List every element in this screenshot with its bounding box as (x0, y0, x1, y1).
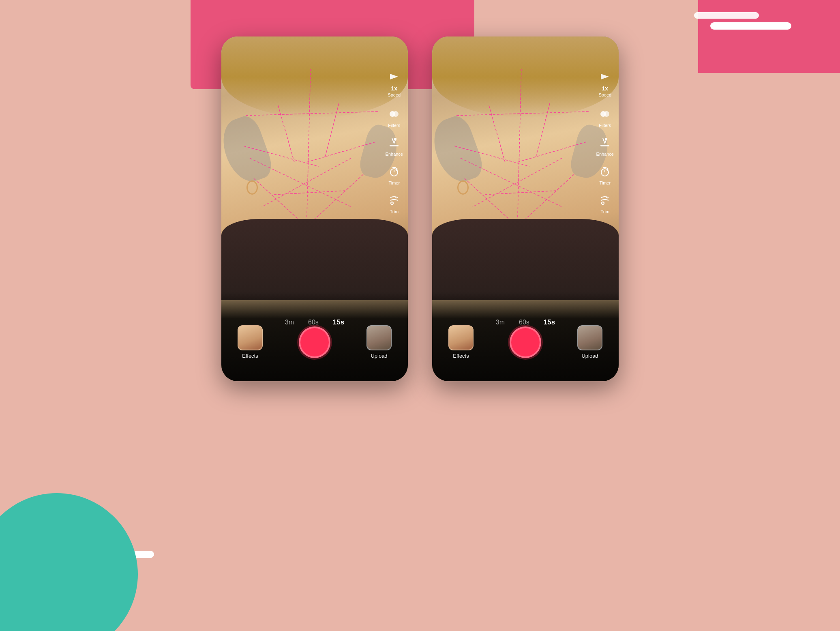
effects-thumbnail-right (448, 325, 474, 350)
svg-point-15 (394, 138, 396, 140)
timer-control-left[interactable]: 3 Timer (386, 164, 402, 185)
trim-control-left[interactable]: ✕ Trim (386, 193, 402, 214)
face-area-right (432, 36, 619, 300)
filters-icon-left (386, 106, 402, 122)
filters-control-left[interactable]: Filters (386, 106, 402, 128)
upload-thumbnail-left (366, 325, 392, 350)
speed-value-left: 1x (391, 85, 397, 92)
timer-icon-left: 3 (386, 164, 402, 179)
timer-label-right: Timer (599, 180, 611, 185)
upload-thumb-face-right (578, 326, 602, 350)
svg-point-42 (602, 202, 604, 204)
camera-view-right: 1x Speed Filters (432, 36, 619, 381)
shirt-area-right (432, 219, 619, 300)
trim-control-right[interactable]: ✕ Trim (597, 193, 613, 214)
svg-point-37 (605, 138, 607, 140)
earring-left (246, 180, 258, 195)
trim-label-right: Trim (600, 209, 609, 214)
upload-button-left[interactable]: Upload (366, 325, 392, 359)
hair-top-left (221, 36, 408, 118)
upload-label-right: Upload (581, 353, 598, 359)
effects-thumb-face-right (449, 326, 473, 350)
svg-rect-36 (600, 145, 609, 146)
filters-label-left: Filters (388, 123, 400, 128)
trim-icon-left: ✕ (386, 193, 402, 208)
filters-label-right: Filters (599, 123, 611, 128)
phones-container: 1x Speed Filters (0, 36, 840, 381)
effects-button-right[interactable]: Effects (448, 325, 474, 359)
contour-left-cheek-right-phone (432, 113, 486, 188)
svg-point-20 (391, 202, 393, 204)
svg-line-8 (274, 191, 347, 195)
bg-stripe-right (694, 12, 759, 19)
contour-left-cheek (221, 113, 276, 188)
speed-label-right: Speed (598, 92, 611, 97)
svg-line-6 (254, 178, 302, 223)
speed-control-left[interactable]: 1x Speed (386, 69, 402, 97)
bg-teal-circle (0, 493, 138, 631)
svg-marker-11 (390, 74, 398, 79)
speed-icon-left (386, 69, 402, 84)
svg-point-13 (393, 111, 399, 117)
effects-label-left: Effects (242, 353, 258, 359)
svg-text:3: 3 (396, 167, 398, 172)
right-controls-right: 1x Speed Filters (596, 69, 614, 214)
bottom-controls-right: 3m 60s 15s Effects (432, 292, 619, 381)
record-button-right[interactable] (510, 326, 541, 358)
svg-text:3: 3 (606, 167, 609, 172)
speed-icon-right (597, 69, 613, 84)
phone-left: 1x Speed Filters (221, 36, 408, 381)
enhance-label-right: Enhance (596, 152, 614, 157)
bottom-controls-left: 3m 60s 15s Effects (221, 292, 408, 381)
effects-thumb-face-left (238, 326, 262, 350)
speed-label-left: Speed (388, 92, 401, 97)
svg-line-32 (473, 158, 562, 207)
enhance-label-left: Enhance (386, 152, 403, 157)
earring-right-phone (457, 180, 469, 195)
svg-point-35 (604, 111, 609, 117)
svg-text:✕: ✕ (605, 196, 608, 200)
enhance-control-right[interactable]: Enhance (596, 135, 614, 157)
hair-top-right (432, 36, 619, 118)
svg-line-28 (465, 178, 513, 223)
filters-icon-right (597, 106, 613, 122)
upload-thumbnail-right (577, 325, 602, 350)
phone-right: 1x Speed Filters (432, 36, 619, 381)
svg-text:✕: ✕ (394, 196, 397, 200)
bg-white-bar-top (710, 22, 791, 30)
timer-icon-right: 3 (597, 164, 613, 179)
effects-thumbnail-left (238, 325, 263, 350)
right-controls-left: 1x Speed Filters (386, 69, 403, 214)
upload-label-left: Upload (371, 353, 387, 359)
effects-label-right: Effects (453, 353, 469, 359)
trim-icon-right: ✕ (597, 193, 613, 208)
enhance-control-left[interactable]: Enhance (386, 135, 403, 157)
upload-button-right[interactable]: Upload (577, 325, 602, 359)
record-button-left[interactable] (299, 326, 330, 358)
filters-control-right[interactable]: Filters (597, 106, 613, 128)
svg-line-30 (485, 191, 558, 195)
speed-control-right[interactable]: 1x Speed (597, 69, 613, 97)
timer-control-right[interactable]: 3 Timer (597, 164, 613, 185)
svg-marker-33 (601, 74, 609, 79)
upload-thumb-face-left (367, 326, 391, 350)
trim-label-left: Trim (390, 209, 399, 214)
speed-value-right: 1x (602, 85, 608, 92)
record-row-left: Effects Upload (221, 325, 408, 359)
enhance-icon-left (386, 135, 402, 150)
svg-rect-14 (390, 145, 399, 146)
svg-line-10 (262, 158, 351, 207)
svg-line-7 (313, 174, 363, 221)
effects-button-left[interactable]: Effects (238, 325, 263, 359)
svg-line-29 (523, 174, 574, 221)
face-area-left (221, 36, 408, 300)
camera-view-left: 1x Speed Filters (221, 36, 408, 381)
timer-label-left: Timer (388, 180, 400, 185)
enhance-icon-right (597, 135, 613, 150)
record-row-right: Effects Upload (432, 325, 619, 359)
shirt-area-left (221, 219, 408, 300)
